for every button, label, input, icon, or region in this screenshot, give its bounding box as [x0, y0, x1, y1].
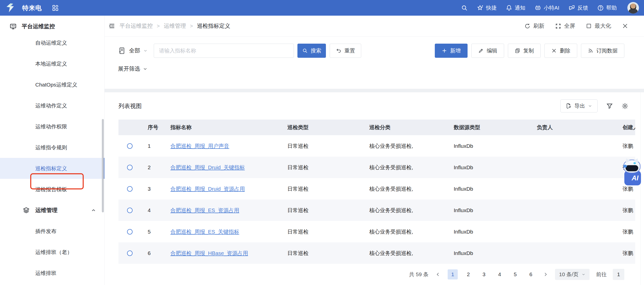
maximize-button[interactable]: 最大化	[586, 22, 611, 30]
col-header-owner: 负责人	[537, 120, 623, 135]
sidebar-item-label: ChatOps运维定义	[35, 81, 77, 88]
chevron-down-icon	[588, 104, 592, 108]
sidebar-item-action-def[interactable]: 运维动作定义	[0, 95, 104, 116]
field-type-icon	[118, 47, 126, 54]
cell-category: 核心业务受损巡检,	[369, 200, 454, 221]
nav-xiaote-ai[interactable]: 小特AI	[534, 4, 559, 11]
sidebar-group-ops-mgmt[interactable]: 运维管理	[0, 200, 104, 221]
indicator-name-link[interactable]: 合肥巡检_周报_用户声音	[170, 142, 229, 150]
cell-category: 核心业务受损巡检,	[369, 157, 454, 178]
delete-button[interactable]: 删除	[544, 44, 577, 58]
indicator-name-link[interactable]: 合肥巡检_周报_Druid_资源占用	[170, 185, 245, 192]
apps-grid-icon[interactable]	[52, 5, 59, 11]
col-header-creator: 创建人	[623, 120, 635, 135]
row-radio[interactable]	[127, 143, 133, 149]
nav-quick[interactable]: 快捷	[477, 4, 497, 11]
export-button[interactable]: 导出	[560, 99, 598, 112]
sidebar-item-action-perm[interactable]: 运维动作权限	[0, 116, 104, 137]
goto-page-input[interactable]	[613, 269, 624, 280]
nav-help[interactable]: 帮助	[597, 4, 617, 11]
copy-button-label: 复制	[523, 47, 534, 54]
refresh-button[interactable]: 刷新	[524, 22, 544, 30]
scope-select[interactable]: 全部	[129, 47, 148, 54]
cell-owner	[537, 178, 623, 200]
col-header-type: 巡检类型	[287, 120, 369, 135]
sidebar-item-inspection-indicator[interactable]: 巡检指标定义	[0, 158, 104, 179]
chevron-down-icon	[581, 272, 586, 276]
col-header-datasource: 数据源类型	[454, 120, 537, 135]
menu-collapse-icon[interactable]	[108, 22, 115, 30]
fullscreen-button[interactable]: 全屏	[555, 22, 575, 30]
row-radio[interactable]	[127, 165, 133, 170]
cell-owner	[537, 221, 623, 242]
breadcrumb-item[interactable]: 平台运维监控	[119, 22, 153, 30]
indicator-name-link[interactable]: 合肥巡检_周报_ES_关键指标	[170, 228, 239, 235]
sidebar-scrollbar-thumb[interactable]	[102, 119, 104, 212]
cell-datasource: InfluxDb	[454, 157, 537, 178]
filter-funnel-icon[interactable]	[606, 103, 613, 109]
sidebar-group-platform-monitor[interactable]: 平台运维监控	[0, 21, 104, 32]
chevron-up-icon	[91, 208, 96, 213]
row-radio[interactable]	[127, 186, 133, 192]
add-button[interactable]: 新增	[435, 44, 468, 58]
row-radio[interactable]	[127, 208, 133, 213]
nav-feedback[interactable]: 反馈	[568, 4, 588, 11]
goto-label: 前往	[596, 271, 607, 278]
cell-creator: 张鹏	[623, 221, 635, 242]
close-icon	[622, 23, 628, 29]
table-header-row: 序号 指标名称 巡检类型 巡检分类 数据源类型 负责人 创建人	[118, 120, 635, 135]
nav-xiaote-ai-label: 小特AI	[544, 4, 559, 11]
indicator-name-link[interactable]: 合肥巡检_周报_ES_资源占用	[170, 207, 239, 214]
star-icon	[477, 5, 484, 11]
reset-button[interactable]: 重置	[330, 44, 361, 58]
cell-datasource: InfluxDb	[454, 135, 537, 157]
search-button[interactable]: 搜索	[297, 44, 326, 58]
vertical-scrollbar-track[interactable]	[640, 92, 644, 285]
page-number[interactable]: 6	[526, 269, 536, 279]
sidebar-item-cmd-rules[interactable]: 运维指令规则	[0, 137, 104, 158]
cell-no: 1	[141, 135, 164, 157]
card-gap	[105, 89, 644, 92]
sidebar-item-inspection-report[interactable]: 巡检报告模板	[0, 179, 104, 200]
sidebar-item-local-ops[interactable]: 本地运维定义	[0, 53, 104, 74]
page-number[interactable]: 5	[510, 269, 520, 279]
indicator-name-link[interactable]: 合肥巡检_周报_HBase_资源占用	[170, 250, 248, 257]
teld-logo-icon	[6, 3, 16, 13]
nav-notice[interactable]: 通知	[506, 4, 525, 11]
page-number[interactable]: 4	[495, 269, 505, 279]
copy-button[interactable]: 复制	[508, 44, 541, 58]
subscribe-data-button[interactable]: 订阅数据	[581, 44, 624, 58]
sidebar-item-ops-schedule[interactable]: 运维排班	[0, 263, 104, 283]
page-number[interactable]: 2	[463, 269, 473, 279]
expand-filter-toggle[interactable]: 展开筛选	[118, 65, 624, 73]
table-row: 5 合肥巡检_周报_ES_关键指标 日常巡检 核心业务受损巡检, InfluxD…	[118, 221, 635, 242]
ai-assistant-widget[interactable]: AI	[623, 160, 641, 185]
user-avatar[interactable]	[627, 2, 639, 14]
global-search-icon[interactable]	[461, 5, 468, 11]
edit-button[interactable]: 编辑	[471, 44, 504, 58]
row-radio[interactable]	[127, 250, 133, 256]
indicator-name-link[interactable]: 合肥巡检_周报_Druid_关键指标	[170, 164, 245, 171]
page-number[interactable]: 1	[448, 269, 458, 279]
sidebar-item-label: 运维排班	[35, 270, 56, 277]
refresh-label: 刷新	[533, 22, 544, 30]
page-size-select[interactable]: 10 条/页	[555, 269, 590, 280]
sidebar-item-ops-schedule-old[interactable]: 运维排班（老）	[0, 242, 104, 263]
table-row: 1 合肥巡检_周报_用户声音 日常巡检 核心业务受损巡检, InfluxDb 张…	[118, 135, 635, 157]
row-radio[interactable]	[127, 229, 133, 235]
sidebar-item-chatops[interactable]: ChatOps运维定义	[0, 74, 104, 95]
sidebar-item-label: 巡检报告模板	[35, 186, 67, 193]
close-tab-button[interactable]	[622, 23, 628, 29]
breadcrumb-item-current: 巡检指标定义	[197, 22, 230, 30]
breadcrumb-item[interactable]: 运维管理	[164, 22, 186, 30]
next-page-button[interactable]	[542, 272, 549, 277]
pencil-icon	[478, 48, 484, 53]
table-row: 4 合肥巡检_周报_ES_资源占用 日常巡检 核心业务受损巡检, InfluxD…	[118, 200, 635, 221]
prev-page-button[interactable]	[435, 272, 442, 277]
indicator-search-input[interactable]	[154, 44, 294, 58]
sidebar-item-auto-ops[interactable]: 自动运维定义	[0, 32, 104, 53]
sidebar-item-plugin-release[interactable]: 插件发布	[0, 221, 104, 242]
cell-type: 日常巡检	[287, 200, 369, 221]
settings-gear-icon[interactable]	[622, 103, 628, 109]
page-number[interactable]: 3	[479, 269, 489, 279]
